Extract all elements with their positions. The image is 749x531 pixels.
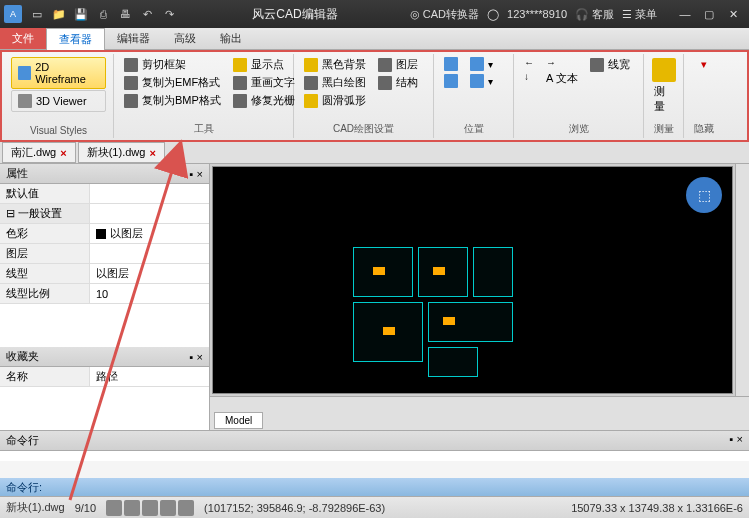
sidebar: 属性▪ × 默认值 ⊟ 一般设置 色彩以图层 图层 线型以图层 线型比例10 收…: [0, 164, 210, 430]
clip-frame-button[interactable]: 剪切框架: [120, 56, 225, 73]
ribbon: 2D Wireframe 3D Viewer Visual Styles 剪切框…: [0, 50, 749, 142]
bw-draw-button[interactable]: 黑白绘图: [300, 74, 370, 91]
print-icon[interactable]: 🖶: [114, 3, 136, 25]
hide-dropdown[interactable]: ▾: [690, 56, 718, 73]
linetype-value[interactable]: 以图层: [90, 264, 209, 283]
osnap-icon[interactable]: [178, 500, 194, 516]
measure-label: 测量: [650, 120, 677, 136]
canvas-tabs: Model: [210, 410, 749, 430]
fav-name-header: 名称: [0, 367, 90, 386]
zoom-fit-button[interactable]: [440, 73, 462, 89]
position-label: 位置: [440, 120, 507, 136]
color-value[interactable]: 以图层: [90, 224, 209, 243]
tab-output[interactable]: 输出: [208, 28, 254, 49]
measure-button[interactable]: 测量: [650, 56, 677, 116]
commandline-prompt[interactable]: 命令行:: [0, 478, 749, 496]
tools-label: 工具: [120, 120, 287, 136]
floorplan-drawing: [353, 247, 513, 387]
tab-file[interactable]: 文件: [0, 28, 46, 49]
close-tab-icon[interactable]: ×: [149, 147, 155, 159]
user-id: 123****8910: [507, 8, 567, 20]
redo-icon[interactable]: ↷: [158, 3, 180, 25]
minimize-button[interactable]: —: [673, 4, 697, 24]
favorites-header: 收藏夹▪ ×: [0, 347, 209, 367]
tab-viewer[interactable]: 查看器: [46, 28, 105, 50]
fav-path-header: 路径: [90, 367, 209, 386]
model-tab[interactable]: Model: [214, 412, 263, 429]
text-button[interactable]: A 文本: [542, 70, 582, 87]
panel-close-icon[interactable]: ▪ ×: [730, 433, 743, 445]
commandline-header: 命令行▪ ×: [0, 431, 749, 451]
tab-editor[interactable]: 编辑器: [105, 28, 162, 49]
zoom-in-button[interactable]: [440, 56, 462, 72]
snap-icon[interactable]: [106, 500, 122, 516]
close-button[interactable]: ✕: [721, 4, 745, 24]
tab-advanced[interactable]: 高级: [162, 28, 208, 49]
copy-bmp-button[interactable]: 复制为BMP格式: [120, 92, 225, 109]
statusbar: 新块(1).dwg 9/10 (1017152; 395846.9; -8.79…: [0, 496, 749, 518]
layer-label: 图层: [0, 244, 90, 263]
status-filename: 新块(1).dwg: [6, 500, 65, 515]
doctab-1[interactable]: 南汇.dwg×: [2, 142, 76, 163]
menubar: 文件 查看器 编辑器 高级 输出: [0, 28, 749, 50]
app-title: 风云CAD编辑器: [180, 6, 410, 23]
main-area: 属性▪ × 默认值 ⊟ 一般设置 色彩以图层 图层 线型以图层 线型比例10 收…: [0, 164, 749, 430]
panel-close-icon[interactable]: ▪ ×: [190, 168, 203, 180]
nav-right-button[interactable]: →: [542, 56, 582, 69]
layer-value[interactable]: [90, 244, 209, 263]
black-bg-button[interactable]: 黑色背景: [300, 56, 370, 73]
canvas-area: ⬚ Model: [210, 164, 749, 430]
app-icon: A: [4, 5, 22, 23]
ortho-icon[interactable]: [142, 500, 158, 516]
save-icon[interactable]: 💾: [70, 3, 92, 25]
polar-icon[interactable]: [160, 500, 176, 516]
support-link[interactable]: 🎧 客服: [575, 7, 614, 22]
grid-icon[interactable]: [124, 500, 140, 516]
structure-button[interactable]: 结构: [374, 74, 422, 91]
lscale-label: 线型比例: [0, 284, 90, 303]
status-coords: (1017152; 395846.9; -8.792896E-63): [204, 502, 385, 514]
visual-styles-label: Visual Styles: [10, 123, 107, 136]
lscale-value[interactable]: 10: [90, 284, 209, 303]
doctab-2[interactable]: 新块(1).dwg×: [78, 142, 165, 163]
status-dims: 15079.33 x 13749.38 x 1.33166E-6: [571, 502, 743, 514]
viewer-3d-button[interactable]: 3D Viewer: [11, 90, 106, 112]
close-tab-icon[interactable]: ×: [60, 147, 66, 159]
commandline-panel: 命令行▪ ×: [0, 430, 749, 478]
wireframe-2d-button[interactable]: 2D Wireframe: [11, 57, 106, 89]
vertical-scrollbar[interactable]: [735, 164, 749, 396]
save-all-icon[interactable]: ⎙: [92, 3, 114, 25]
user-avatar[interactable]: ◯: [487, 8, 499, 21]
menu-link[interactable]: ☰ 菜单: [622, 7, 657, 22]
zoom-window-button[interactable]: ▾: [466, 73, 497, 89]
properties-header: 属性▪ ×: [0, 164, 209, 184]
layers-button[interactable]: 图层: [374, 56, 422, 73]
color-label: 色彩: [0, 224, 90, 243]
viewcube-icon[interactable]: ⬚: [686, 177, 722, 213]
new-icon[interactable]: ▭: [26, 3, 48, 25]
general-section[interactable]: ⊟ 一般设置: [0, 204, 90, 223]
browse-label: 浏览: [520, 120, 637, 136]
lineweight-button[interactable]: 线宽: [586, 56, 634, 73]
open-icon[interactable]: 📁: [48, 3, 70, 25]
show-points-button[interactable]: 显示点: [229, 56, 299, 73]
smooth-arc-button[interactable]: 圆滑弧形: [300, 92, 370, 109]
titlebar: A ▭ 📁 💾 ⎙ 🖶 ↶ ↷ 风云CAD编辑器 ◎ CAD转换器 ◯ 123*…: [0, 0, 749, 28]
default-label: 默认值: [0, 184, 90, 203]
maximize-button[interactable]: ▢: [697, 4, 721, 24]
redraw-text-button[interactable]: 重画文字: [229, 74, 299, 91]
nav-down-button[interactable]: ↓: [520, 70, 538, 83]
converter-link[interactable]: ◎ CAD转换器: [410, 7, 479, 22]
linetype-label: 线型: [0, 264, 90, 283]
status-progress: 9/10: [75, 502, 96, 514]
repair-trace-button[interactable]: 修复光栅: [229, 92, 299, 109]
zoom-out-button[interactable]: ▾: [466, 56, 497, 72]
panel-close-icon[interactable]: ▪ ×: [190, 351, 203, 363]
horizontal-scrollbar[interactable]: [210, 396, 749, 410]
nav-left-button[interactable]: ←: [520, 56, 538, 69]
copy-emf-button[interactable]: 复制为EMF格式: [120, 74, 225, 91]
hide-label: 隐藏: [690, 120, 718, 136]
drawing-canvas[interactable]: ⬚: [212, 166, 733, 394]
cad-settings-label: CAD绘图设置: [300, 120, 427, 136]
undo-icon[interactable]: ↶: [136, 3, 158, 25]
